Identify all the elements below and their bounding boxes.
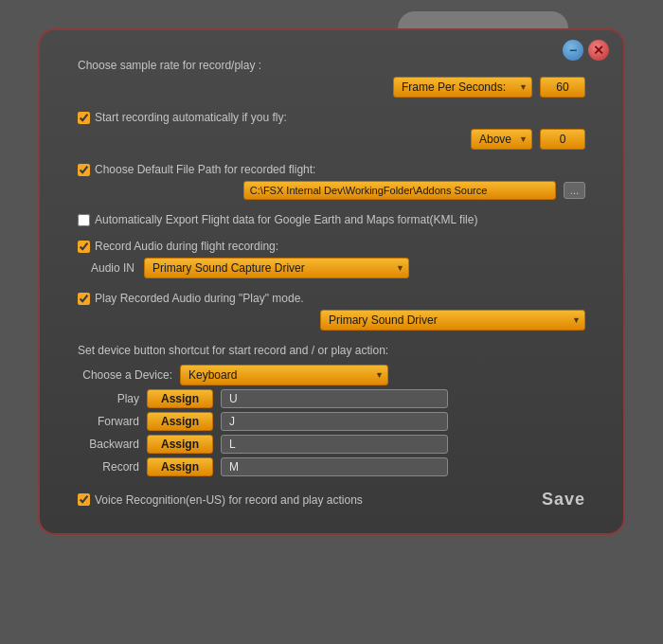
sample-rate-select-wrapper: Frame Per Seconds: Samples Per Second: [393, 77, 532, 98]
binding-row-record: Record Assign [78, 457, 585, 476]
binding-play-action: Play [78, 392, 139, 405]
sample-rate-select[interactable]: Frame Per Seconds: Samples Per Second: [393, 77, 532, 98]
voice-recognition-text: Voice Recognition(en-US) for record and … [95, 493, 363, 507]
assign-play-button[interactable]: Assign [147, 389, 213, 408]
binding-forward-action: Forward [78, 415, 139, 428]
threshold-select-wrapper: Above Below [471, 129, 532, 150]
audio-in-select[interactable]: Primary Sound Capture Driver Default [144, 258, 409, 278]
binding-row-backward: Backward Assign [78, 435, 585, 454]
sample-rate-section: Choose sample rate for record/play : Fra… [78, 59, 585, 98]
auto-record-label[interactable]: Start recording automatically if you fly… [78, 111, 585, 124]
kml-section: Automatically Export Flight data for Goo… [78, 213, 585, 226]
binding-forward-key[interactable] [221, 412, 448, 431]
binding-record-action: Record [78, 460, 139, 474]
audio-record-section: Record Audio during flight recording: Au… [78, 240, 585, 278]
titlebar: − ✕ [563, 40, 609, 61]
kml-label[interactable]: Automatically Export Flight data for Goo… [78, 213, 585, 226]
file-path-text: Choose Default File Path for recorded fl… [95, 163, 315, 176]
audio-play-section: Play Recorded Audio during "Play" mode. … [78, 292, 585, 331]
audio-in-row: Audio IN Primary Sound Capture Driver De… [78, 258, 585, 278]
binding-backward-key[interactable] [221, 435, 448, 454]
binding-backward-action: Backward [78, 438, 139, 451]
file-path-checkbox[interactable] [78, 164, 90, 176]
threshold-value[interactable] [540, 129, 585, 150]
choose-device-row: Choose a Device: Keyboard Joystick [78, 365, 585, 385]
audio-in-select-wrapper: Primary Sound Capture Driver Default [144, 258, 409, 278]
close-button[interactable]: ✕ [588, 40, 609, 61]
device-select[interactable]: Keyboard Joystick [180, 365, 388, 385]
dialog-wrapper: − ✕ Choose sample rate for record/play :… [38, 28, 625, 616]
file-path-input[interactable] [243, 181, 556, 200]
choose-device-label: Choose a Device: [78, 368, 172, 382]
auto-record-row: Above Below [78, 129, 585, 150]
audio-play-label[interactable]: Play Recorded Audio during "Play" mode. [78, 292, 585, 305]
binding-record-key[interactable] [221, 457, 448, 476]
save-button[interactable]: Save [542, 490, 585, 510]
sample-rate-row: Frame Per Seconds: Samples Per Second: [78, 77, 585, 98]
audio-record-checkbox[interactable] [78, 241, 90, 253]
auto-record-text: Start recording automatically if you fly… [95, 111, 287, 124]
assign-record-button[interactable]: Assign [147, 457, 213, 476]
voice-recognition-checkbox[interactable] [78, 493, 90, 506]
bottom-row: Voice Recognition(en-US) for record and … [78, 490, 585, 510]
binding-row-forward: Forward Assign [78, 412, 585, 431]
auto-record-checkbox[interactable] [78, 112, 90, 124]
file-path-row: ... [78, 181, 585, 200]
minimize-button[interactable]: − [563, 40, 583, 61]
device-select-wrapper: Keyboard Joystick [180, 365, 388, 385]
assign-backward-button[interactable]: Assign [147, 435, 213, 454]
sample-rate-label: Choose sample rate for record/play : [78, 59, 585, 72]
auto-record-section: Start recording automatically if you fly… [78, 111, 585, 150]
audio-out-select-wrapper: Primary Sound Driver Default [320, 310, 585, 331]
kml-text: Automatically Export Flight data for Goo… [95, 213, 477, 226]
voice-recognition-label[interactable]: Voice Recognition(en-US) for record and … [78, 493, 363, 507]
kml-checkbox[interactable] [78, 214, 90, 226]
device-shortcut-section: Set device button shortcut for start rec… [78, 344, 585, 476]
audio-play-checkbox[interactable] [78, 293, 90, 305]
dialog-main: − ✕ Choose sample rate for record/play :… [38, 28, 625, 535]
audio-in-label: Audio IN [78, 261, 134, 275]
audio-out-select[interactable]: Primary Sound Driver Default [320, 310, 585, 331]
sample-rate-value[interactable] [540, 77, 585, 98]
device-shortcut-label: Set device button shortcut for start rec… [78, 344, 585, 357]
binding-row-play: Play Assign [78, 389, 585, 408]
assign-forward-button[interactable]: Assign [147, 412, 213, 431]
binding-play-key[interactable] [221, 389, 448, 408]
file-path-section: Choose Default File Path for recorded fl… [78, 163, 585, 200]
browse-button[interactable]: ... [564, 182, 585, 199]
audio-out-row: Primary Sound Driver Default [78, 310, 585, 331]
audio-record-label[interactable]: Record Audio during flight recording: [78, 240, 585, 253]
threshold-select[interactable]: Above Below [471, 129, 532, 150]
audio-record-text: Record Audio during flight recording: [95, 240, 278, 253]
audio-play-text: Play Recorded Audio during "Play" mode. [95, 292, 304, 305]
file-path-label[interactable]: Choose Default File Path for recorded fl… [78, 163, 585, 176]
